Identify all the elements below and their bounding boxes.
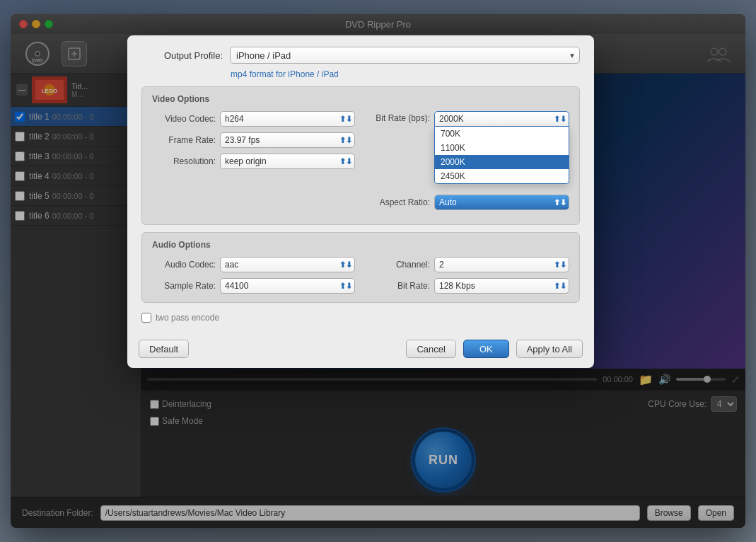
- audio-options-section: Audio Options Audio Codec: aac mp3 ac3: [141, 232, 580, 303]
- sample-rate-row: Sample Rate: 44100 22050 48000 ⬆⬇: [152, 278, 355, 294]
- two-pass-checkbox[interactable]: [141, 313, 151, 323]
- video-options-right: Bit Rate (bps): 2000K ⬆⬇ 700K 1100K 2000…: [366, 111, 569, 216]
- video-codec-label: Video Codec:: [152, 114, 216, 124]
- audio-bit-rate-row: Bit Rate: 128 Kbps 64 Kbps 192 Kbps 256 …: [366, 278, 569, 294]
- resolution-select-wrap: keep origin 1920x1080 1280x720 ⬆⬇: [220, 154, 355, 169]
- output-profile-label: Output Profile:: [141, 50, 223, 61]
- channel-select-wrap: 2 1 6 ⬆⬇: [434, 257, 569, 272]
- resolution-label: Resolution:: [152, 156, 216, 166]
- bitrate-option-2450k[interactable]: 2450K: [435, 169, 569, 183]
- apply-to-all-button[interactable]: Apply to All: [516, 340, 583, 358]
- settings-dialog: Output Profile: iPhone / iPad Apple TV A…: [127, 35, 594, 368]
- channel-row: Channel: 2 1 6 ⬆⬇: [366, 257, 569, 272]
- video-options-left: Video Codec: h264 h265 mpeg4 ⬆⬇: [152, 111, 355, 216]
- resolution-row: Resolution: keep origin 1920x1080 1280x7…: [152, 154, 355, 169]
- aspect-ratio-select-wrap: Auto 4:3 16:9 ⬆⬇: [434, 195, 569, 210]
- aspect-ratio-select[interactable]: Auto 4:3 16:9: [434, 195, 569, 210]
- cancel-button[interactable]: Cancel: [406, 340, 455, 358]
- output-profile-select[interactable]: iPhone / iPad Apple TV Android Custom: [230, 47, 580, 64]
- audio-bit-rate-select[interactable]: 128 Kbps 64 Kbps 192 Kbps 256 Kbps: [434, 278, 569, 294]
- aspect-ratio-label: Aspect Ratio:: [366, 197, 430, 207]
- format-hint: mp4 format for iPhone / iPad: [141, 69, 580, 79]
- output-profile-select-wrap: iPhone / iPad Apple TV Android Custom ▼: [230, 47, 580, 64]
- frame-rate-label: Frame Rate:: [152, 135, 216, 145]
- channel-label: Channel:: [366, 260, 430, 270]
- two-pass-row: two pass encode: [141, 310, 580, 323]
- bitrate-option-2000k[interactable]: 2000K: [435, 155, 569, 169]
- dialog-inner: Output Profile: iPhone / iPad Apple TV A…: [127, 35, 594, 334]
- resolution-select[interactable]: keep origin 1920x1080 1280x720: [220, 154, 355, 169]
- bit-rate-wrap: 2000K ⬆⬇ 700K 1100K 2000K 2450K: [434, 111, 569, 127]
- dialog-buttons: Default Cancel OK Apply to All: [127, 334, 594, 368]
- bit-rate-label: Bit Rate (bps):: [366, 111, 430, 123]
- output-profile-row: Output Profile: iPhone / iPad Apple TV A…: [141, 47, 580, 64]
- audio-options-grid: Audio Codec: aac mp3 ac3 ⬆⬇: [152, 257, 569, 294]
- bit-rate-row: Bit Rate (bps): 2000K ⬆⬇ 700K 1100K 2000…: [366, 111, 569, 127]
- aspect-ratio-row: Aspect Ratio: Auto 4:3 16:9 ⬆⬇: [366, 195, 569, 210]
- audio-bit-rate-select-wrap: 128 Kbps 64 Kbps 192 Kbps 256 Kbps ⬆⬇: [434, 278, 569, 294]
- video-codec-select[interactable]: h264 h265 mpeg4: [220, 111, 355, 127]
- video-options-grid: Video Codec: h264 h265 mpeg4 ⬆⬇: [152, 111, 569, 216]
- frame-rate-select[interactable]: 23.97 fps 24 fps 30 fps: [220, 132, 355, 148]
- audio-options-left: Audio Codec: aac mp3 ac3 ⬆⬇: [152, 257, 355, 294]
- video-codec-row: Video Codec: h264 h265 mpeg4 ⬆⬇: [152, 111, 355, 127]
- sample-rate-select-wrap: 44100 22050 48000 ⬆⬇: [220, 278, 355, 294]
- bit-rate-value: 2000K: [439, 114, 464, 124]
- sample-rate-label: Sample Rate:: [152, 281, 216, 291]
- audio-bit-rate-label: Bit Rate:: [366, 281, 430, 291]
- two-pass-label: two pass encode: [156, 313, 219, 323]
- frame-rate-row: Frame Rate: 23.97 fps 24 fps 30 fps ⬆⬇: [152, 132, 355, 148]
- audio-codec-select[interactable]: aac mp3 ac3: [220, 257, 355, 272]
- ok-button[interactable]: OK: [463, 340, 509, 358]
- video-options-title: Video Options: [152, 94, 569, 104]
- audio-codec-label: Audio Codec:: [152, 260, 216, 270]
- video-options-section: Video Options Video Codec: h264 h265 mpe…: [141, 86, 580, 225]
- bit-rate-chevron-icon: ⬆⬇: [554, 115, 566, 124]
- channel-select[interactable]: 2 1 6: [434, 257, 569, 272]
- audio-codec-row: Audio Codec: aac mp3 ac3 ⬆⬇: [152, 257, 355, 272]
- bitrate-option-1100k[interactable]: 1100K: [435, 141, 569, 155]
- video-codec-select-wrap: h264 h265 mpeg4 ⬆⬇: [220, 111, 355, 127]
- audio-options-title: Audio Options: [152, 240, 569, 250]
- default-button[interactable]: Default: [139, 340, 189, 358]
- frame-rate-select-wrap: 23.97 fps 24 fps 30 fps ⬆⬇: [220, 132, 355, 148]
- bit-rate-dropdown: 700K 1100K 2000K 2450K: [434, 127, 569, 184]
- dialog-overlay: Output Profile: iPhone / iPad Apple TV A…: [0, 0, 756, 542]
- bit-rate-input[interactable]: 2000K ⬆⬇: [434, 111, 569, 127]
- audio-codec-select-wrap: aac mp3 ac3 ⬆⬇: [220, 257, 355, 272]
- audio-options-right: Channel: 2 1 6 ⬆⬇: [366, 257, 569, 294]
- bitrate-option-700k[interactable]: 700K: [435, 127, 569, 141]
- sample-rate-select[interactable]: 44100 22050 48000: [220, 278, 355, 294]
